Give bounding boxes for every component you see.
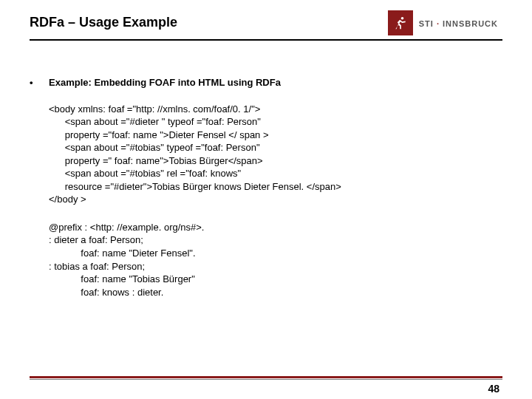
slide: RDFa – Usage Example STI · INNSBRUCK • E… — [0, 0, 532, 399]
bullet: • Example: Embedding FOAF into HTML usin… — [30, 76, 502, 89]
svg-point-0 — [400, 17, 403, 20]
logo-icon — [388, 10, 413, 35]
bullet-marker: • — [30, 76, 49, 89]
logo-text: STI · INNSBRUCK — [419, 16, 498, 30]
turtle-code-block: @prefix : <http: //example. org/ns#>. : … — [49, 221, 502, 299]
logo-brand: STI — [419, 19, 434, 28]
logo-dot: · — [434, 19, 443, 28]
content: • Example: Embedding FOAF into HTML usin… — [0, 41, 532, 299]
logo-city: INNSBRUCK — [443, 19, 498, 28]
html-code-block: <body xmlns: foaf ="http: //xmlns. com/f… — [49, 103, 502, 206]
footer-divider — [30, 376, 502, 378]
footer-divider-thin — [30, 379, 502, 380]
logo: STI · INNSBRUCK — [388, 10, 498, 35]
bullet-text: Example: Embedding FOAF into HTML using … — [49, 76, 281, 89]
page-number: 48 — [488, 383, 499, 395]
running-person-icon — [393, 16, 408, 30]
